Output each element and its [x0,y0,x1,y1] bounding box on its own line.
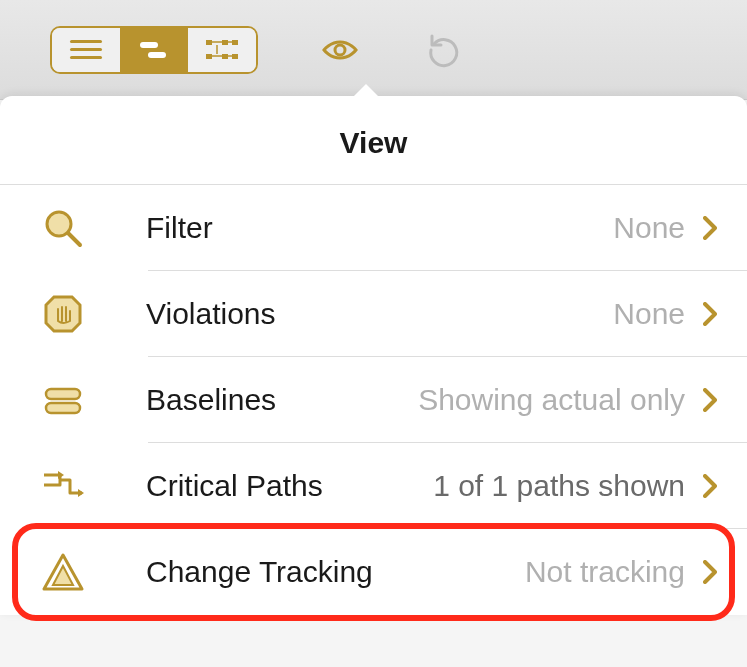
layers-icon [40,377,86,423]
view-options-button[interactable] [318,28,362,72]
menu-item-label: Baselines [146,383,276,417]
svg-rect-20 [46,403,80,413]
svg-rect-8 [222,54,228,59]
eye-icon [318,28,362,72]
svg-rect-5 [206,40,212,45]
menu-item-label: Change Tracking [146,555,373,589]
menu-item-baselines[interactable]: Baselines Showing actual only [0,357,747,443]
chevron-right-icon [703,474,717,498]
menu-item-filter[interactable]: Filter None [0,185,747,271]
menu-item-value: Not tracking [525,555,685,589]
hand-stop-icon [40,291,86,337]
svg-rect-9 [232,40,238,45]
chevron-right-icon [703,302,717,326]
view-popover: View Filter None Violat [0,96,747,615]
svg-point-16 [335,45,345,55]
svg-rect-6 [206,54,212,59]
chevron-right-icon [703,388,717,412]
network-view-segment[interactable] [188,28,256,72]
menu-item-value: None [613,211,685,245]
popover-arrow [352,84,380,98]
critical-path-icon [40,463,86,509]
chevron-right-icon [703,560,717,584]
chevron-right-icon [703,216,717,240]
svg-rect-10 [232,54,238,59]
menu-item-critical-paths[interactable]: Critical Paths 1 of 1 paths shown [0,443,747,529]
list-icon [66,36,106,64]
svg-rect-1 [70,48,102,51]
menu-item-label: Violations [146,297,276,331]
svg-rect-2 [70,56,102,59]
undo-icon [422,28,466,72]
gantt-view-segment[interactable] [120,28,188,72]
svg-line-18 [68,233,80,245]
svg-rect-3 [140,42,158,48]
menu-item-value: 1 of 1 paths shown [433,469,685,503]
view-menu-list: Filter None Violations None [0,185,747,615]
popover-title: View [0,96,747,185]
list-view-segment[interactable] [52,28,120,72]
search-icon [40,205,86,251]
svg-rect-7 [222,40,228,45]
menu-item-change-tracking[interactable]: Change Tracking Not tracking [0,529,747,615]
triangle-icon [40,549,86,595]
menu-item-label: Filter [146,211,213,245]
svg-rect-19 [46,389,80,399]
view-mode-segmented-control[interactable] [50,26,258,74]
menu-item-label: Critical Paths [146,469,323,503]
gantt-icon [134,36,174,64]
network-icon [202,36,242,64]
menu-item-value: None [613,297,685,331]
svg-rect-4 [148,52,166,58]
menu-item-violations[interactable]: Violations None [0,271,747,357]
svg-rect-0 [70,40,102,43]
menu-item-value: Showing actual only [418,383,685,417]
undo-button[interactable] [422,28,466,72]
